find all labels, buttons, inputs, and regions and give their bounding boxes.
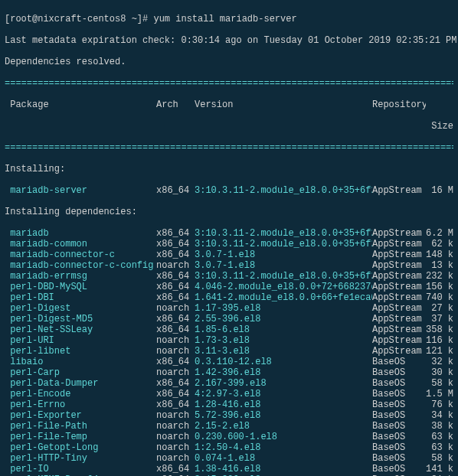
pkg-version: 1.85-6.el8 <box>195 324 372 335</box>
pkg-version: 2.167-399.el8 <box>195 378 372 389</box>
pkg-size: 148 k <box>426 249 453 260</box>
pkg-repo: AppStream <box>372 324 426 335</box>
deps-group: mariadbx86_643:10.3.11-2.module_el8.0.0+… <box>5 228 453 476</box>
pkg-repo: AppStream <box>372 303 426 314</box>
pkg-version: 0.074-1.el8 <box>195 453 372 464</box>
pkg-version: 0.230.600-1.el8 <box>195 432 372 442</box>
pkg-arch: x86_64 <box>156 292 195 303</box>
pkg-size: 6.2 M <box>426 228 453 239</box>
pkg-repo: BaseOS <box>372 453 426 464</box>
pkg-size: 76 k <box>426 399 453 410</box>
table-row: perl-IOx86_641.38-416.el8BaseOS141 k <box>5 464 453 474</box>
deps-resolved: Dependencies resolved. <box>5 57 453 67</box>
pkg-version: 1.641-2.module_el8.0.0+66+fe1eca09 <box>195 292 372 303</box>
table-row: perl-Encodex86_644:2.97-3.el8BaseOS1.5 M <box>5 389 453 399</box>
prompt-line[interactable]: [root@nixcraft-centos8 ~]# yum install m… <box>5 14 453 24</box>
pkg-name: perl-Digest <box>5 303 156 314</box>
pkg-name: perl-File-Path <box>5 421 156 432</box>
table-row: perl-Errnox86_641.28-416.el8BaseOS76 k <box>5 399 453 410</box>
hdr-size: Size <box>426 121 453 132</box>
pkg-version: 1.42-396.el8 <box>195 367 372 378</box>
pkg-arch: x86_64 <box>156 324 195 335</box>
pkg-arch: x86_64 <box>156 271 195 282</box>
pkg-repo: AppStream <box>372 282 426 292</box>
pkg-arch: noarch <box>156 410 195 421</box>
pkg-version: 3.0.7-1.el8 <box>195 260 372 271</box>
pkg-version: 3:10.3.11-2.module_el8.0.0+35+6f2527ed <box>195 239 372 249</box>
pkg-arch: noarch <box>156 367 195 378</box>
pkg-name: perl-File-Temp <box>5 432 156 442</box>
pkg-version: 1:2.50-4.el8 <box>195 442 372 453</box>
table-row: mariadbx86_643:10.3.11-2.module_el8.0.0+… <box>5 228 453 239</box>
table-row: perl-DBD-MySQLx86_644.046-2.module_el8.0… <box>5 282 453 292</box>
pkg-repo: AppStream <box>372 314 426 324</box>
pkg-repo: AppStream <box>372 335 426 346</box>
table-row: mariadb-commonx86_643:10.3.11-2.module_e… <box>5 239 453 249</box>
pkg-repo: BaseOS <box>372 399 426 410</box>
table-row: perl-File-Tempnoarch0.230.600-1.el8BaseO… <box>5 432 453 442</box>
pkg-arch: noarch <box>156 432 195 442</box>
pkg-size: 141 k <box>426 464 453 474</box>
pkg-size: 116 k <box>426 335 453 346</box>
pkg-size: 121 k <box>426 346 453 357</box>
pkg-arch: x86_64 <box>156 389 195 399</box>
pkg-name: mariadb-server <box>5 185 156 196</box>
pkg-version: 2.55-396.el8 <box>195 314 372 324</box>
pkg-repo: BaseOS <box>372 464 426 474</box>
pkg-repo: AppStream <box>372 292 426 303</box>
pkg-size: 32 k <box>426 357 453 367</box>
pkg-version: 0.3.110-12.el8 <box>195 357 372 367</box>
command: yum install mariadb-server <box>153 14 296 24</box>
pkg-arch: x86_64 <box>156 357 195 367</box>
section-installing: Installing: <box>5 164 453 174</box>
pkg-repo: AppStream <box>372 249 426 260</box>
pkg-version: 3.11-3.el8 <box>195 346 372 357</box>
pkg-name: perl-URI <box>5 335 156 346</box>
pkg-name: mariadb-connector-c <box>5 249 156 260</box>
hdr-repo: Repository <box>372 99 426 110</box>
pkg-arch: x86_64 <box>156 378 195 389</box>
table-row: perl-Digestnoarch1.17-395.el8AppStream27… <box>5 303 453 314</box>
pkg-size: 63 k <box>426 432 453 442</box>
table-header-2: Size <box>5 121 453 132</box>
pkg-name: perl-Data-Dumper <box>5 378 156 389</box>
pkg-name: perl-DBI <box>5 292 156 303</box>
pkg-repo: BaseOS <box>372 442 426 453</box>
pkg-size: 740 k <box>426 292 453 303</box>
pkg-arch: noarch <box>156 346 195 357</box>
metadata-line: Last metadata expiration check: 0:30:14 … <box>5 35 453 46</box>
pkg-repo: BaseOS <box>372 410 426 421</box>
pkg-version: 4.046-2.module_el8.0.0+72+668237d8 <box>195 282 372 292</box>
pkg-size: 358 k <box>426 324 453 335</box>
pkg-name: perl-Carp <box>5 367 156 378</box>
table-row: perl-File-Pathnoarch2.15-2.el8BaseOS38 k <box>5 421 453 432</box>
pkg-size: 58 k <box>426 378 453 389</box>
table-row: perl-Data-Dumperx86_642.167-399.el8BaseO… <box>5 378 453 389</box>
pkg-version: 3.0.7-1.el8 <box>195 249 372 260</box>
pkg-arch: x86_64 <box>156 314 195 324</box>
pkg-version: 3:10.3.11-2.module_el8.0.0+35+6f2527ed <box>195 271 372 282</box>
pkg-size: 156 k <box>426 282 453 292</box>
table-row: mariadb-connector-c-confignoarch3.0.7-1.… <box>5 260 453 271</box>
pkg-repo: AppStream <box>372 239 426 249</box>
pkg-name: perl-HTTP-Tiny <box>5 453 156 464</box>
table-row: perl-URInoarch1.73-3.el8AppStream116 k <box>5 335 453 346</box>
pkg-name: mariadb-connector-c-config <box>5 260 156 271</box>
pkg-size: 30 k <box>426 367 453 378</box>
table-row: perl-Getopt-Longnoarch1:2.50-4.el8BaseOS… <box>5 442 453 453</box>
pkg-version: 1.38-416.el8 <box>195 464 372 474</box>
table-header-1: PackageArchVersionRepository <box>5 99 453 110</box>
pkg-version: 5.72-396.el8 <box>195 410 372 421</box>
terminal: [root@nixcraft-centos8 ~]# yum install m… <box>0 0 458 476</box>
pkg-size: 1.5 M <box>426 389 453 399</box>
pkg-size: 58 k <box>426 453 453 464</box>
pkg-repo: AppStream <box>372 228 426 239</box>
hdr-package: Package <box>5 99 156 110</box>
table-row: perl-libnetnoarch3.11-3.el8AppStream121 … <box>5 346 453 357</box>
table-row: perl-Carpnoarch1.42-396.el8BaseOS30 k <box>5 367 453 378</box>
install-group: mariadb-serverx86_643:10.3.11-2.module_e… <box>5 185 453 196</box>
pkg-name: perl-Exporter <box>5 410 156 421</box>
pkg-arch: noarch <box>156 442 195 453</box>
table-row: mariadb-connector-cx86_643.0.7-1.el8AppS… <box>5 249 453 260</box>
divider-mid: ========================================… <box>5 142 453 153</box>
